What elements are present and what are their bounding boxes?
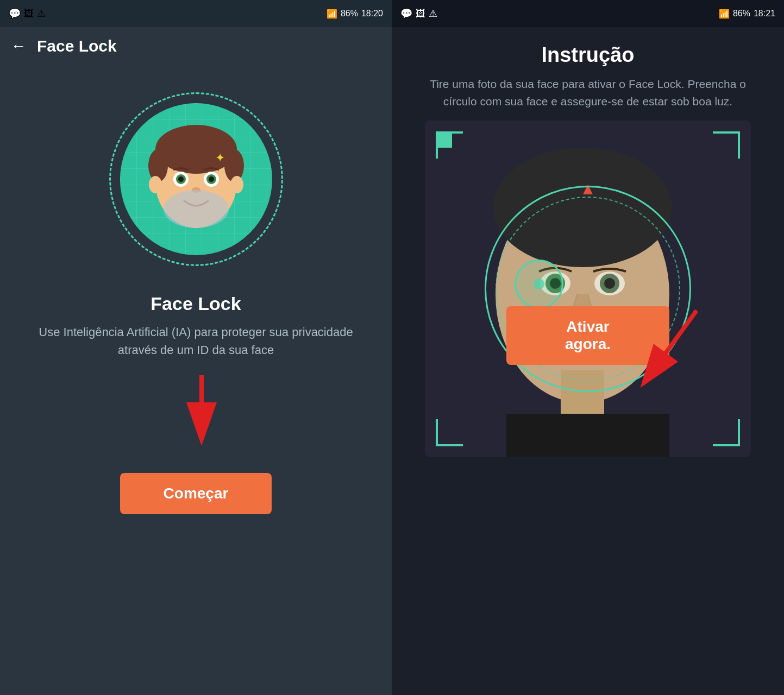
svg-text:✦: ✦ bbox=[215, 151, 225, 165]
red-arrow-left bbox=[164, 370, 229, 446]
main-title: Face Lock bbox=[150, 293, 241, 314]
green-square-tl bbox=[437, 132, 452, 148]
status-right-right: 📶 86% 18:21 bbox=[719, 9, 775, 19]
warning-icon: ⚠ bbox=[37, 8, 46, 20]
top-bar: ← Face Lock bbox=[0, 27, 392, 65]
back-button[interactable]: ← bbox=[11, 37, 26, 55]
status-bar-right: 💬 🖼 ⚠ 📶 86% 18:21 bbox=[392, 0, 784, 27]
wifi-icon: 📶 bbox=[327, 9, 337, 19]
svg-point-11 bbox=[209, 176, 214, 182]
svg-point-4 bbox=[149, 176, 162, 193]
right-screen: 💬 🖼 ⚠ 📶 86% 18:21 Instrução Tire uma fot… bbox=[392, 0, 784, 695]
cartoon-face-svg: ✦ bbox=[142, 125, 250, 233]
instruction-text: Tire uma foto da sua face para ativar o … bbox=[392, 75, 784, 110]
corner-bracket-tr bbox=[713, 131, 740, 159]
time-right: 18:21 bbox=[754, 9, 775, 18]
camera-scan-area: Ativar agora. bbox=[425, 121, 751, 457]
image-icon: 🖼 bbox=[24, 8, 34, 20]
corner-bracket-bl bbox=[436, 419, 463, 446]
svg-point-13 bbox=[164, 190, 229, 228]
status-icons-right: 💬 🖼 ⚠ bbox=[400, 8, 437, 20]
battery-left: 86% bbox=[341, 9, 358, 18]
warning-icon-r: ⚠ bbox=[429, 8, 437, 20]
face-avatar: ✦ bbox=[136, 119, 256, 239]
eye-scan-overlay bbox=[515, 260, 563, 308]
svg-point-10 bbox=[178, 176, 184, 182]
time-left: 18:20 bbox=[361, 9, 383, 18]
svg-line-29 bbox=[653, 311, 697, 370]
battery-right: 86% bbox=[733, 9, 750, 18]
chat-icon: 💬 bbox=[9, 8, 21, 20]
status-bar-left: 💬 🖼 ⚠ 📶 86% 18:20 bbox=[0, 0, 392, 27]
left-screen: 💬 🖼 ⚠ 📶 86% 18:20 ← Face Lock bbox=[0, 0, 392, 695]
instruction-title: Instrução bbox=[541, 43, 634, 67]
svg-rect-21 bbox=[506, 414, 669, 457]
svg-point-5 bbox=[230, 176, 243, 193]
image-icon-r: 🖼 bbox=[416, 8, 425, 20]
status-right-left: 📶 86% 18:20 bbox=[327, 9, 383, 19]
face-illustration: ✦ bbox=[104, 87, 288, 271]
red-arrow-right bbox=[610, 305, 718, 414]
chat-icon-r: 💬 bbox=[400, 8, 412, 20]
wifi-icon-r: 📶 bbox=[719, 9, 730, 19]
comecar-button[interactable]: Começar bbox=[120, 473, 272, 514]
solid-circle: ✦ bbox=[120, 103, 272, 255]
screen-title: Face Lock bbox=[37, 37, 117, 55]
corner-bracket-br bbox=[713, 419, 740, 446]
face-description: Use Inteligência Artificial (IA) para pr… bbox=[0, 323, 392, 359]
status-icons-left: 💬 🖼 ⚠ bbox=[9, 8, 46, 20]
